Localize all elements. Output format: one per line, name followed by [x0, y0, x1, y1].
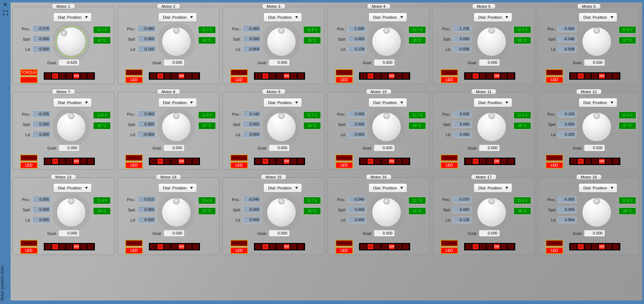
position-dial[interactable]	[366, 194, 407, 231]
position-dial[interactable]	[576, 194, 617, 231]
position-dial[interactable]	[471, 23, 512, 60]
led-button[interactable]: LED	[335, 162, 353, 169]
led-button[interactable]: LED	[546, 162, 563, 169]
torque-button[interactable]: TORQUE	[230, 69, 248, 76]
dial-mode-select[interactable]: Dial: Position	[369, 183, 407, 193]
dial-mode-select[interactable]: Dial: Position	[263, 13, 302, 22]
goal-input[interactable]: 0.000	[269, 145, 290, 151]
dial-mode-select[interactable]: Dial: Position	[53, 98, 92, 107]
led-button[interactable]: LED	[441, 247, 458, 254]
goal-input[interactable]: -0.625	[59, 59, 79, 66]
position-label: Pos.:	[232, 112, 241, 116]
dial-mode-select[interactable]: Dial: Position	[369, 98, 407, 107]
torque-button[interactable]: TORQUE	[335, 240, 353, 247]
led-button[interactable]: LED	[335, 247, 353, 254]
torque-button[interactable]: TORQUE	[546, 240, 563, 247]
dial-mode-select[interactable]: Dial: Position	[158, 98, 197, 107]
dial-mode-select[interactable]: Dial: Position	[53, 183, 92, 193]
status-led-al: AL	[396, 159, 402, 164]
torque-button[interactable]: TORQUE	[335, 69, 353, 76]
dial-mode-row: Dial: Position	[328, 183, 429, 193]
goal-input[interactable]: 0.000	[59, 145, 79, 151]
torque-button[interactable]: TORQUE	[230, 240, 248, 247]
torque-button[interactable]: TORQUE	[20, 69, 38, 76]
torque-button[interactable]: TORQUE	[546, 69, 563, 76]
torque-button[interactable]: TORQUE	[441, 69, 458, 76]
dial-mode-select[interactable]: Dial: Position	[579, 13, 617, 22]
position-dial[interactable]	[366, 23, 407, 60]
torque-button[interactable]: TORQUE	[335, 154, 353, 161]
position-dial[interactable]	[261, 23, 302, 60]
torque-button[interactable]: TORQUE	[125, 154, 143, 161]
dial-mode-select[interactable]: Dial: Position	[263, 183, 302, 193]
goal-input[interactable]: 0.000	[479, 230, 500, 237]
led-button[interactable]: LED	[230, 162, 248, 169]
led-button[interactable]: LED	[125, 247, 143, 254]
position-dial[interactable]	[576, 23, 617, 60]
position-dial[interactable]	[576, 109, 617, 145]
position-readout: Pos.: -0.575	[13, 25, 51, 32]
status-led-oh: OH	[494, 244, 500, 249]
float-button[interactable]	[0, 8, 11, 17]
led-button[interactable]: LED	[546, 77, 563, 83]
led-button[interactable]: LED	[546, 247, 563, 254]
goal-input[interactable]: 0.000	[479, 59, 500, 66]
goal-input[interactable]: 0.000	[584, 145, 605, 151]
status-led-rg: RG	[382, 73, 388, 79]
goal-input[interactable]: 0.000	[374, 230, 395, 237]
led-button[interactable]: LED	[441, 77, 458, 83]
torque-button[interactable]: TORQUE	[441, 240, 458, 247]
position-dial[interactable]	[471, 109, 512, 145]
close-button[interactable]: ✕	[0, 0, 11, 8]
position-dial[interactable]	[156, 23, 197, 60]
position-dial[interactable]	[51, 23, 92, 60]
torque-button[interactable]: TORQUE	[20, 154, 38, 161]
dial-mode-select[interactable]: Dial: Position	[474, 183, 512, 193]
goal-input[interactable]: 0.000	[479, 145, 500, 151]
position-dial[interactable]	[261, 194, 302, 231]
goal-input[interactable]: 0.000	[584, 230, 605, 237]
position-dial[interactable]	[366, 109, 407, 145]
goal-input[interactable]: 0.000	[164, 59, 184, 66]
torque-button[interactable]: TORQUE	[230, 154, 248, 161]
goal-input[interactable]: 0.000	[269, 59, 290, 66]
torque-button[interactable]: TORQUE	[441, 154, 458, 161]
led-button[interactable]: LED	[20, 162, 38, 169]
dial-mode-select[interactable]: Dial: Position	[579, 98, 617, 107]
led-button[interactable]: LED	[125, 162, 143, 169]
position-dial[interactable]	[471, 194, 512, 231]
led-button[interactable]: LED	[230, 77, 248, 83]
dial-mode-select[interactable]: Dial: Position	[369, 13, 407, 22]
dial-mode-select[interactable]: Dial: Position	[53, 13, 92, 22]
dial-mode-select[interactable]: Dial: Position	[158, 13, 197, 22]
goal-input[interactable]: 0.000	[584, 59, 605, 66]
goal-input[interactable]: 0.000	[374, 59, 395, 66]
torque-button[interactable]: TORQUE	[125, 240, 143, 247]
position-dial[interactable]	[51, 109, 92, 145]
goal-input[interactable]: 0.000	[59, 230, 79, 237]
dial-mode-select[interactable]: Dial: Position	[474, 98, 512, 107]
led-button[interactable]: LED	[441, 162, 458, 169]
position-dial[interactable]	[156, 109, 197, 145]
goal-input[interactable]: 0.000	[374, 145, 395, 151]
position-dial[interactable]	[51, 194, 92, 231]
torque-button[interactable]: TORQUE	[125, 69, 143, 76]
led-button[interactable]: LED	[125, 77, 143, 83]
dial-mode-select[interactable]: Dial: Position	[158, 183, 197, 193]
led-button[interactable]: LED	[230, 247, 248, 254]
led-button[interactable]: LED	[335, 77, 353, 83]
dial-mode-select[interactable]: Dial: Position	[579, 183, 617, 193]
dial-mode-select[interactable]: Dial: Position	[474, 13, 512, 22]
led-button[interactable]: LED	[20, 77, 38, 83]
position-dial[interactable]	[156, 194, 197, 231]
goal-input[interactable]: 0.000	[164, 230, 184, 237]
torque-button[interactable]: TORQUE	[20, 240, 38, 247]
dial-knob-graphic	[158, 109, 195, 145]
position-dial[interactable]	[261, 109, 302, 145]
torque-button[interactable]: TORQUE	[546, 154, 563, 161]
goal-input[interactable]: 0.000	[164, 145, 184, 151]
dial-mode-label: Dial: Position	[58, 101, 81, 105]
goal-input[interactable]: 0.000	[269, 230, 290, 237]
led-button[interactable]: LED	[20, 247, 38, 254]
dial-mode-select[interactable]: Dial: Position	[263, 98, 302, 107]
